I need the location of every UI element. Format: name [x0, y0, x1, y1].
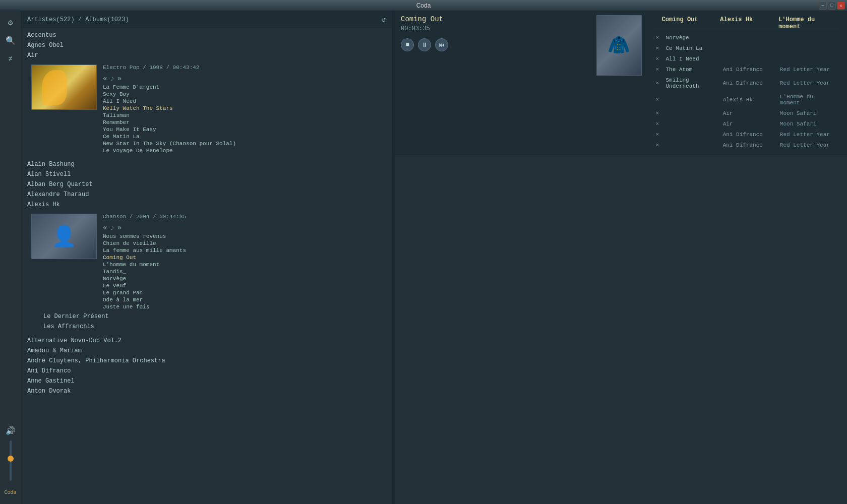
track-item-coming-out[interactable]: Coming Out [103, 254, 392, 261]
sidebar-bottom: 🔊 Coda [3, 423, 18, 504]
track-item[interactable]: Chien de vieille [103, 240, 392, 247]
col-header-song: Coming Out [662, 16, 720, 30]
album-meta-moon-safari: Electro Pop / 1998 / 00:43:42 [103, 65, 392, 71]
queue-row: × Ani Difranco Red Letter Year [652, 140, 839, 151]
remove-button[interactable]: × [656, 80, 664, 86]
artist-alban-berg[interactable]: Alban Berg Quartet [21, 179, 392, 190]
pause-button[interactable]: ⏸ [418, 38, 431, 51]
artist-air[interactable]: Air [21, 50, 392, 60]
sub-album-les-affranchis[interactable]: Les Affranchis [31, 322, 392, 332]
track-item[interactable]: L'homme du moment [103, 261, 392, 268]
artist-alexis-hk[interactable]: Alexis Hk [21, 200, 392, 210]
artist-andre-cluytens[interactable]: André Cluytens, Philharmonia Orchestra [21, 356, 392, 366]
queue-song[interactable] [664, 123, 721, 125]
remove-button[interactable]: × [656, 142, 664, 148]
artist-alain-bashung[interactable]: Alain Bashung [21, 159, 392, 169]
artist-anton-dvorak[interactable]: Anton Dvorak [21, 386, 392, 396]
refresh-button[interactable]: ↺ [382, 15, 386, 24]
queue-row: × Air Moon Safari [652, 119, 839, 130]
artist-alexandre-tharaud[interactable]: Alexandre Tharaud [21, 190, 392, 200]
artist-alan-stivell[interactable]: Alan Stivell [21, 169, 392, 179]
play-album-btn[interactable]: ♪ [110, 75, 114, 83]
album-row: Electro Pop / 1998 / 00:43:42 « ♪ » La F… [31, 64, 392, 155]
queue-artist: Ani Difranco [721, 79, 778, 87]
filter-icon[interactable]: ≠ [3, 51, 18, 67]
track-item[interactable]: Remember [103, 119, 392, 126]
queue-columns: Coming Out Alexis Hk L'Homme du moment ×… [650, 15, 841, 151]
remove-button[interactable]: × [656, 110, 664, 116]
queue-song[interactable] [664, 144, 721, 146]
queue-row: × Norvège [652, 33, 839, 43]
track-item-kelly[interactable]: Kelly Watch The Stars [103, 105, 392, 112]
track-item[interactable]: You Make It Easy [103, 126, 392, 133]
artist-accentus[interactable]: Accentus [21, 30, 392, 40]
settings-icon[interactable]: ⚙ [3, 15, 18, 30]
queue-album [778, 47, 835, 49]
volume-track[interactable] [10, 440, 12, 481]
minimize-button[interactable]: — [819, 2, 827, 10]
remove-button[interactable]: × [656, 45, 664, 51]
track-item[interactable]: Le Voyage De Penelope [103, 147, 392, 154]
artist-agnes-obel[interactable]: Agnes Obel [21, 40, 392, 50]
queue-row: × The Atom Ani Difranco Red Letter Year [652, 65, 839, 75]
remove-button[interactable]: × [656, 132, 664, 138]
queue-song[interactable]: Smiling Underneath [664, 76, 721, 90]
close-button[interactable]: ✕ [837, 2, 845, 10]
album-row-homme: Chanson / 2004 / 00:44:35 « ♪ » Nous som… [31, 213, 392, 311]
remove-button[interactable]: × [656, 56, 664, 62]
speakers-icon[interactable]: 🔊 [3, 423, 18, 438]
remove-button[interactable]: × [656, 121, 664, 127]
stop-button[interactable]: ■ [401, 38, 414, 51]
track-item[interactable]: Talisman [103, 112, 392, 119]
track-item[interactable]: Juste une fois [103, 303, 392, 310]
track-item[interactable]: Le veuf [103, 282, 392, 289]
artist-ani-difranco[interactable]: Ani Difranco [21, 366, 392, 376]
library-content[interactable]: Accentus Agnes Obel Air Electro Pop / 19… [21, 28, 392, 504]
next-album-btn[interactable]: » [117, 75, 122, 83]
track-item[interactable]: Norvège [103, 275, 392, 282]
prev-button[interactable]: ⏮ [435, 38, 448, 51]
album-controls-moon-safari: « ♪ » [103, 73, 392, 84]
queue-song[interactable]: The Atom [664, 66, 721, 74]
track-item[interactable]: New Star In The Sky (Chanson pour Solal) [103, 140, 392, 147]
queue-row: × Ce Matin La [652, 43, 839, 54]
album-cover-moon-safari [31, 65, 97, 110]
track-item[interactable]: Nous sommes revenus [103, 233, 392, 240]
next-album-btn[interactable]: » [117, 224, 122, 232]
volume-thumb[interactable] [8, 456, 14, 462]
prev-album-btn[interactable]: « [103, 75, 107, 83]
track-item[interactable]: La femme aux mille amants [103, 247, 392, 254]
artist-amadou-mariam[interactable]: Amadou & Mariam [21, 346, 392, 356]
track-item[interactable]: Sexy Boy [103, 91, 392, 98]
album-info-moon-safari: Electro Pop / 1998 / 00:43:42 « ♪ » La F… [103, 65, 392, 154]
prev-album-btn[interactable]: « [103, 224, 107, 232]
track-item[interactable]: Ode à la mer [103, 296, 392, 303]
queue-song[interactable] [664, 99, 721, 101]
track-item[interactable]: All I Need [103, 98, 392, 105]
queue-song[interactable]: Ce Matin La [664, 44, 721, 52]
sub-album-le-dernier[interactable]: Le Dernier Présent [31, 311, 392, 322]
track-item[interactable]: Ce Matin La [103, 133, 392, 140]
track-item[interactable]: Tandis_ [103, 268, 392, 275]
remove-button[interactable]: × [656, 35, 664, 41]
queue-song[interactable]: All I Need [664, 55, 721, 63]
track-item[interactable]: Le grand Pan [103, 289, 392, 296]
artist-alternative-novo[interactable]: Alternative Novo-Dub Vol.2 [21, 336, 392, 346]
queue-song[interactable]: Norvège [664, 34, 721, 42]
queue-album: Moon Safari [778, 120, 835, 128]
queue-row: × Air Moon Safari [652, 108, 839, 119]
remove-button[interactable]: × [656, 97, 664, 103]
artist-anne-gastinel[interactable]: Anne Gastinel [21, 376, 392, 386]
queue-song[interactable] [664, 112, 721, 114]
track-item[interactable]: La Femme D'argent [103, 84, 392, 91]
queue-row: × Ani Difranco Red Letter Year [652, 130, 839, 140]
search-icon[interactable]: 🔍 [3, 33, 18, 48]
now-playing-title: Coming Out [401, 15, 588, 23]
play-album-btn[interactable]: ♪ [110, 224, 114, 232]
volume-slider[interactable] [10, 440, 12, 481]
maximize-button[interactable]: □ [828, 2, 836, 10]
queue-song[interactable] [664, 134, 721, 136]
queue-header-row: Coming Out Alexis Hk L'Homme du moment [652, 15, 839, 32]
remove-button[interactable]: × [656, 67, 664, 73]
now-playing-section: Coming Out 00:03:35 ■ ⏸ ⏮ Coming Out Ale… [395, 11, 847, 155]
